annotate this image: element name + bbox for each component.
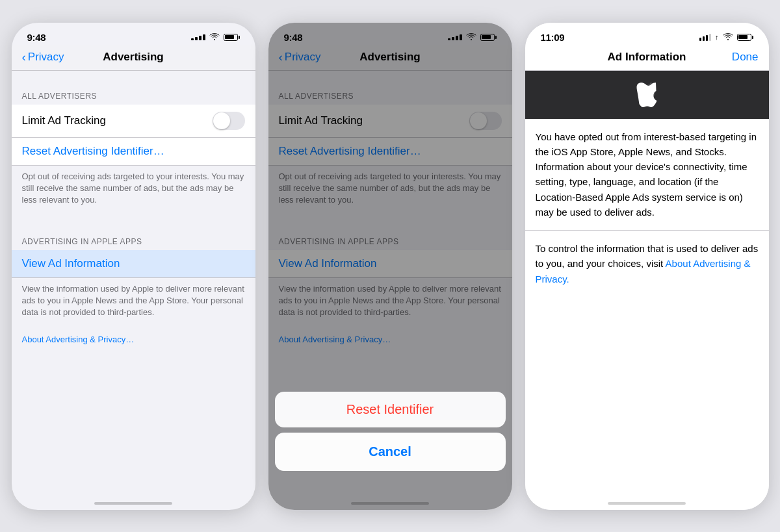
nav-title-1: Advertising (103, 51, 164, 64)
battery-icon-1 (224, 34, 240, 41)
advertisers-description-1: Opt out of receiving ads targeted to you… (12, 166, 255, 217)
cancel-button[interactable]: Cancel (275, 433, 506, 471)
settings-group-2-1: View Ad Information (12, 250, 255, 278)
time-3: 11:09 (541, 32, 565, 43)
settings-content-1: ALL ADVERTISERS Limit Ad Tracking Reset … (12, 71, 255, 355)
view-ad-info-link-1[interactable]: View Ad Information (12, 250, 255, 278)
wifi-icon-1 (209, 33, 220, 41)
status-bar-1: 9:48 (12, 23, 255, 45)
ad-info-paragraph-1: You have opted out from interest-based t… (525, 119, 769, 231)
apple-logo-icon (636, 82, 657, 107)
nav-title-3: Ad Information (608, 51, 686, 64)
action-sheet: Reset Identifier (275, 392, 506, 427)
location-icon-3: ↑ (715, 33, 719, 41)
reset-identifier-button[interactable]: Reset Identifier (275, 392, 506, 427)
about-advertising-privacy-link-1[interactable]: About Advertising & Privacy… (12, 329, 255, 355)
status-bar-3: 11:09 ↑ (525, 23, 769, 45)
ad-info-paragraph-2: To control the information that is used … (525, 231, 769, 297)
back-button-1[interactable]: ‹ Privacy (22, 51, 64, 64)
limit-ad-tracking-row-1[interactable]: Limit Ad Tracking (12, 105, 255, 138)
screen-1: 9:48 (12, 23, 255, 510)
reset-advertising-id-link-1[interactable]: Reset Advertising Identifier… (12, 138, 255, 166)
status-icons-1 (191, 33, 240, 41)
home-indicator-1 (94, 502, 172, 505)
apple-apps-description-1: View the information used by Apple to de… (12, 278, 255, 329)
home-indicator-3 (608, 502, 686, 505)
signal-bars-icon-3 (699, 34, 711, 41)
back-label-1: Privacy (28, 51, 64, 64)
screen-3: 11:09 ↑ (525, 23, 769, 510)
limit-ad-tracking-toggle-1[interactable] (213, 112, 245, 130)
signal-icon-1 (191, 34, 205, 40)
toggle-thumb-1 (213, 112, 230, 129)
apple-logo-banner (525, 71, 769, 119)
wifi-icon-3 (723, 33, 733, 41)
screen-2: 9:48 (268, 23, 512, 510)
settings-group-1: Limit Ad Tracking Reset Advertising Iden… (12, 105, 255, 217)
ad-info-content: You have opted out from interest-based t… (525, 71, 769, 510)
section-header-all-advertisers-1: ALL ADVERTISERS (12, 86, 255, 105)
phone-container: 9:48 (0, 0, 780, 532)
time-1: 9:48 (27, 32, 46, 43)
home-indicator-2 (351, 502, 429, 505)
nav-bar-1: ‹ Privacy Advertising (12, 45, 255, 71)
limit-ad-tracking-label-1: Limit Ad Tracking (22, 114, 106, 127)
nav-bar-3: Ad Information Done (525, 45, 769, 71)
done-button-3[interactable]: Done (732, 51, 759, 64)
chevron-left-icon-1: ‹ (22, 51, 26, 63)
action-sheet-overlay: Reset Identifier Cancel (268, 23, 512, 510)
battery-icon-3 (737, 34, 753, 41)
status-icons-3: ↑ (699, 33, 753, 41)
section-header-apple-apps-1: ADVERTISING IN APPLE APPS (12, 232, 255, 250)
